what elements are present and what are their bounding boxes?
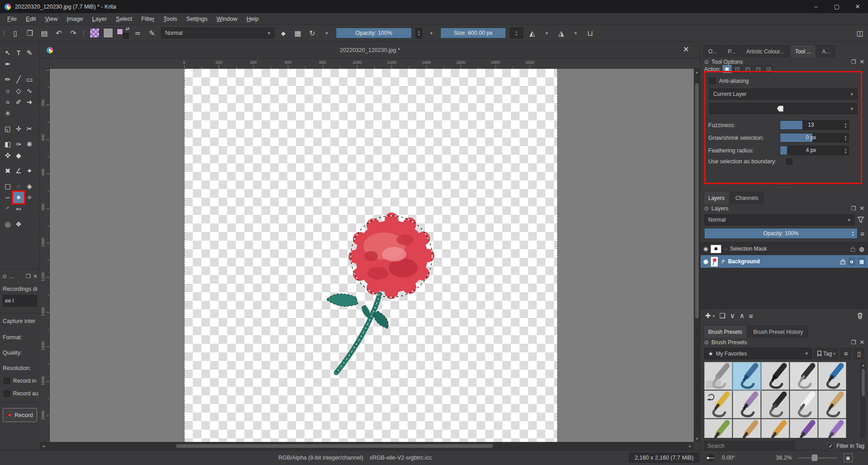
add-layer-icon[interactable]: ✚ bbox=[705, 312, 711, 320]
detail-view-icon[interactable]: ≡ bbox=[840, 348, 851, 359]
blending-mode-dropdown[interactable]: Normal▾ bbox=[161, 28, 274, 38]
tool-freehand-select[interactable]: ∽ bbox=[2, 192, 13, 203]
lock-icon[interactable]: ⊙ bbox=[704, 339, 709, 346]
brush-preset[interactable] bbox=[761, 390, 789, 418]
layer-opacity-slider[interactable]: Opacity: 100% ▴▾ bbox=[704, 228, 858, 239]
brush-size-slider[interactable]: Size: 600.00 px bbox=[440, 28, 506, 38]
menu-help[interactable]: Help bbox=[242, 14, 263, 24]
document-canvas[interactable] bbox=[184, 69, 558, 442]
grow-shrink-spinner[interactable]: ▴▾ bbox=[842, 133, 849, 142]
toolbar-grip[interactable]: ⁞⁞ bbox=[3, 30, 6, 37]
visibility-eye-icon[interactable]: ◉ bbox=[703, 258, 708, 265]
close-button[interactable]: ✕ bbox=[847, 0, 868, 13]
feathering-spinner[interactable]: ▴▾ bbox=[842, 146, 849, 155]
brush-preset[interactable] bbox=[733, 419, 761, 438]
brush-preset[interactable] bbox=[818, 390, 846, 418]
float-icon[interactable]: ❐ bbox=[851, 205, 856, 212]
brush-preset[interactable] bbox=[790, 390, 818, 418]
brush-preset[interactable] bbox=[761, 362, 789, 390]
layer-blending-dropdown[interactable]: Normal▾ bbox=[704, 214, 854, 225]
grow-shrink-slider[interactable]: 0 px bbox=[780, 133, 842, 142]
filter-in-tag-checkbox[interactable]: ✓ bbox=[827, 443, 834, 450]
menu-settings[interactable]: Settings bbox=[181, 14, 212, 24]
opacity-spinner[interactable]: ▴▾ bbox=[415, 28, 422, 38]
open-document-icon[interactable]: ❒ bbox=[24, 27, 35, 39]
panel-tab-p[interactable]: P... bbox=[723, 45, 740, 57]
tool-freehand-brush[interactable]: ✏ bbox=[2, 74, 13, 85]
size-spinner[interactable]: ▴▾ bbox=[510, 28, 523, 38]
record-in-checkbox[interactable] bbox=[4, 378, 10, 384]
brush-search-input[interactable] bbox=[704, 441, 795, 451]
tool-bezier-select[interactable]: ◜ bbox=[2, 203, 13, 214]
zoom-fit-button[interactable]: ▣ bbox=[844, 453, 853, 462]
tool-smart-patch[interactable]: ✜ bbox=[2, 150, 13, 161]
fg-bg-color-chooser[interactable]: ⇄ bbox=[117, 28, 129, 38]
menu-view[interactable]: View bbox=[40, 14, 62, 24]
brush-preset[interactable] bbox=[704, 362, 732, 390]
tab-layers[interactable]: Layers bbox=[703, 191, 730, 204]
tool-select-shapes[interactable]: ↖ bbox=[2, 47, 13, 58]
feathering-slider[interactable]: 4 px bbox=[780, 146, 842, 155]
tool-gradient[interactable]: ◧ bbox=[2, 138, 13, 150]
chevron-down-icon[interactable]: ▾ bbox=[321, 27, 332, 39]
tool-polyline[interactable]: ∿ bbox=[24, 85, 35, 96]
tool-crop[interactable]: ✂ bbox=[24, 123, 35, 134]
lock-icon[interactable] bbox=[840, 259, 845, 265]
record-audio-checkbox[interactable] bbox=[4, 390, 10, 397]
lock-icon[interactable]: ⊙ bbox=[2, 273, 7, 280]
float-icon[interactable]: ❐ bbox=[26, 273, 31, 280]
menu-layer[interactable]: Layer bbox=[87, 14, 111, 24]
close-icon[interactable]: ✕ bbox=[860, 339, 864, 346]
tool-rectangular-select[interactable]: ▢ bbox=[2, 180, 13, 192]
scroll-left-icon[interactable]: ◂ bbox=[40, 443, 47, 449]
canvas-viewport[interactable] bbox=[50, 69, 694, 442]
tool-color-sampler[interactable]: ✑ bbox=[13, 138, 24, 150]
panel-tab-tool[interactable]: Tool ... bbox=[790, 44, 816, 57]
lock-icon[interactable]: ⊙ bbox=[704, 205, 709, 212]
lock-icon[interactable]: ⊙ bbox=[704, 59, 709, 65]
tool-multibrush[interactable]: ✳ bbox=[2, 108, 13, 119]
visibility-eye-icon[interactable]: ◉ bbox=[703, 246, 708, 252]
recordings-directory-input[interactable] bbox=[3, 295, 37, 307]
menu-select[interactable]: Select bbox=[111, 14, 137, 24]
close-icon[interactable]: ✕ bbox=[33, 273, 38, 280]
tool-rectangle[interactable]: ▭ bbox=[24, 74, 35, 85]
menu-edit[interactable]: Edit bbox=[21, 14, 40, 24]
layer-opacity-spinner[interactable]: ▴▾ bbox=[849, 229, 856, 238]
brush-preset[interactable] bbox=[704, 419, 732, 438]
workspace-chooser-icon[interactable]: ◫ bbox=[854, 27, 865, 39]
brush-preset[interactable] bbox=[704, 390, 732, 418]
scroll-up-icon[interactable]: ▴ bbox=[696, 69, 698, 75]
move-layer-down-icon[interactable]: ∨ bbox=[730, 312, 735, 320]
inherit-alpha-icon[interactable]: ▦ bbox=[858, 257, 865, 266]
float-icon[interactable]: ❐ bbox=[851, 58, 856, 65]
tool-ellipse[interactable]: ○ bbox=[2, 85, 13, 96]
reload-preset-icon[interactable]: ↻ bbox=[307, 27, 318, 39]
brush-preset[interactable] bbox=[790, 362, 818, 390]
undo-icon[interactable]: ↶ bbox=[53, 27, 64, 39]
close-icon[interactable]: ✕ bbox=[860, 205, 864, 212]
sample-layer-dropdown[interactable]: Current Layer ▾ bbox=[709, 89, 857, 100]
record-button[interactable]: Record bbox=[3, 408, 37, 422]
tool-freehand-path[interactable]: ✐ bbox=[13, 96, 24, 108]
panel-tab-o[interactable]: O... bbox=[703, 45, 722, 57]
zoom-slider[interactable] bbox=[798, 454, 837, 461]
tool-contiguous-select[interactable]: ✶ bbox=[13, 192, 24, 203]
vertical-scrollbar[interactable]: ▴ ▾ bbox=[694, 69, 700, 442]
layer-row-background[interactable]: ◉ ↱ Background α ▦ bbox=[701, 255, 868, 268]
layer-row-selection-mask[interactable]: ◉ ◌ Selection Mask ◍ bbox=[701, 242, 868, 255]
fuzziness-slider[interactable]: 13 bbox=[780, 120, 842, 130]
mask-active-icon[interactable]: ◍ bbox=[858, 245, 865, 253]
tool-pan[interactable]: ❖ bbox=[13, 218, 24, 230]
maximize-button[interactable]: ▢ bbox=[826, 0, 847, 13]
brush-preset[interactable] bbox=[818, 362, 846, 390]
tag-filter-dropdown[interactable]: ★ My Favorites ▾ bbox=[704, 348, 812, 359]
brush-scroll-thumb[interactable] bbox=[862, 369, 865, 396]
tool-elliptical-select[interactable]: ◌ bbox=[13, 180, 24, 192]
brush-preset[interactable] bbox=[818, 419, 846, 438]
mirror-horizontal-icon[interactable]: ◭ bbox=[527, 27, 538, 39]
close-document-icon[interactable]: ✕ bbox=[683, 45, 689, 54]
tool-bezier-curve[interactable]: ≈ bbox=[2, 96, 13, 108]
opacity-slider[interactable]: Opacity: 100% bbox=[336, 28, 412, 38]
move-layer-up-icon[interactable]: ∧ bbox=[739, 312, 744, 320]
